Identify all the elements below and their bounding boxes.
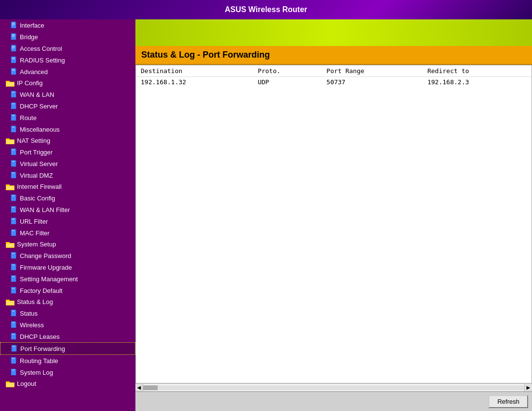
sidebar-item-access-control-label: Access Control — [20, 45, 62, 52]
cell-proto: UDP — [253, 77, 322, 88]
sidebar-item-port-forwarding[interactable]: Port Forwarding — [0, 342, 135, 355]
sidebar-item-logout-label: Logout — [17, 380, 36, 387]
svg-rect-37 — [12, 127, 15, 127]
sidebar-item-virtual-server[interactable]: Virtual Server — [0, 158, 135, 169]
svg-rect-26 — [6, 82, 14, 86]
svg-rect-89 — [12, 311, 15, 311]
sidebar-item-mac-filter-label: MAC Filter — [20, 229, 49, 237]
sidebar-item-factory-default-label: Factory Default — [20, 287, 62, 294]
sidebar-item-basic-config[interactable]: Basic Config — [0, 192, 135, 204]
svg-rect-104 — [12, 370, 15, 370]
page-title: Status & Log - Port Forwarding — [135, 46, 532, 65]
horizontal-scrollbar[interactable]: ◄ ► — [135, 383, 532, 391]
svg-rect-101 — [12, 358, 15, 359]
sidebar-item-factory-default[interactable]: Factory Default — [0, 285, 135, 296]
header-title: ASUS Wireless Router — [10, 5, 522, 14]
sidebar-item-dhcp-leases[interactable]: DHCP Leases — [0, 331, 135, 342]
sidebar-item-status-log-label: Status & Log — [17, 298, 53, 305]
header: ASUS Wireless Router — [0, 0, 532, 19]
sidebar-item-logout[interactable]: Logout — [0, 378, 135, 389]
sidebar-item-advanced-label: Advanced — [20, 68, 48, 76]
svg-rect-60 — [12, 207, 15, 208]
sidebar-item-wan-lan[interactable]: WAN & LAN — [0, 89, 135, 100]
bottom-bar: Refresh — [135, 391, 532, 411]
sidebar-item-mac-filter[interactable]: MAC Filter — [0, 227, 135, 239]
svg-rect-12 — [12, 47, 15, 47]
sidebar-item-change-password-label: Change Password — [20, 252, 71, 259]
sidebar-item-internet-firewall-label: Internet Firewall — [17, 183, 61, 190]
sidebar-item-route-label: Route — [20, 114, 37, 122]
sidebar-item-miscellaneous[interactable]: Miscellaneous — [0, 123, 135, 135]
svg-rect-57 — [12, 196, 15, 196]
sidebar-item-system-setup-label: System Setup — [17, 241, 56, 248]
svg-rect-20 — [12, 69, 15, 70]
svg-rect-55 — [6, 186, 14, 190]
svg-rect-31 — [12, 104, 15, 104]
sidebar-item-interface-label: Interface — [20, 22, 44, 29]
sidebar-item-url-filter[interactable]: URL Filter — [0, 215, 135, 227]
col-redirect-to: Redirect to — [423, 65, 532, 77]
sidebar-item-change-password[interactable]: Change Password — [0, 250, 135, 261]
cell-destination: 192.168.1.32 — [136, 77, 253, 88]
sidebar-item-nat-setting-label: NAT Setting — [17, 137, 50, 144]
sidebar-item-dhcp-server[interactable]: DHCP Server — [0, 100, 135, 112]
sidebar-item-wan-lan-label: WAN & LAN — [20, 91, 54, 98]
sidebar-item-virtual-dmz-label: Virtual DMZ — [20, 172, 53, 179]
svg-rect-8 — [12, 36, 14, 37]
sidebar-item-route[interactable]: Route — [0, 112, 135, 123]
sidebar-item-wan-lan-filter[interactable]: WAN & LAN Filter — [0, 204, 135, 215]
sidebar-item-bridge-label: Bridge — [20, 33, 38, 41]
sidebar-item-ip-config[interactable]: IP Config — [0, 77, 135, 89]
svg-rect-28 — [12, 92, 15, 92]
col-proto: Proto. — [253, 65, 322, 77]
sidebar-item-firmware-upgrade-label: Firmware Upgrade — [20, 264, 72, 271]
scroll-track[interactable] — [143, 385, 524, 390]
sidebar-item-port-forwarding-label: Port Forwarding — [20, 345, 65, 352]
col-port-range: Port Range — [322, 65, 423, 77]
svg-rect-63 — [12, 219, 15, 219]
svg-rect-82 — [12, 288, 15, 289]
refresh-button[interactable]: Refresh — [488, 395, 528, 408]
table-container[interactable]: Destination Proto. Port Range Redirect t… — [135, 65, 532, 383]
sidebar-item-virtual-server-label: Virtual Server — [20, 160, 58, 167]
svg-rect-7 — [12, 35, 15, 36]
sidebar-item-setting-management-label: Setting Management — [20, 275, 78, 283]
svg-rect-50 — [12, 173, 15, 173]
svg-rect-42 — [6, 140, 14, 144]
svg-rect-73 — [12, 253, 15, 254]
sidebar-item-virtual-dmz[interactable]: Virtual DMZ — [0, 169, 135, 181]
sidebar-item-status-label: Status — [20, 310, 38, 317]
scroll-thumb[interactable] — [143, 385, 158, 390]
sidebar-item-internet-firewall[interactable]: Internet Firewall — [0, 181, 135, 192]
sidebar-item-nat-setting[interactable]: NAT Setting — [0, 135, 135, 146]
sidebar-item-system-setup[interactable]: System Setup — [0, 239, 135, 250]
sidebar-item-port-trigger[interactable]: Port Trigger — [0, 146, 135, 158]
content-main: Destination Proto. Port Range Redirect t… — [135, 65, 532, 411]
sidebar-item-interface[interactable]: Interface — [0, 19, 135, 31]
sidebar-item-access-control[interactable]: Access Control — [0, 43, 135, 54]
sidebar-item-system-log[interactable]: System Log — [0, 366, 135, 378]
svg-rect-2 — [12, 24, 15, 24]
sidebar-item-bridge[interactable]: Bridge — [0, 31, 135, 43]
sidebar-item-status-log[interactable]: Status & Log — [0, 296, 135, 307]
sidebar-item-advanced[interactable]: Advanced — [0, 66, 135, 77]
sidebar-item-setting-management[interactable]: Setting Management — [0, 273, 135, 285]
sidebar-item-radius-setting[interactable]: RADIUS Setting — [0, 54, 135, 66]
sidebar-item-status[interactable]: Status — [0, 307, 135, 319]
sidebar-item-wireless[interactable]: Wireless — [0, 319, 135, 331]
sidebar-item-routing-table[interactable]: Routing Table — [0, 355, 135, 366]
sidebar-item-dhcp-leases-label: DHCP Leases — [20, 333, 59, 340]
sidebar: Interface Bridge Access Control — [0, 19, 135, 411]
port-forwarding-table: Destination Proto. Port Range Redirect t… — [136, 65, 532, 87]
svg-rect-21 — [12, 70, 15, 71]
sidebar-item-firmware-upgrade[interactable]: Firmware Upgrade — [0, 261, 135, 273]
page-title-text: Status & Log - Port Forwarding — [141, 50, 270, 60]
svg-rect-76 — [12, 265, 15, 265]
svg-rect-87 — [6, 301, 14, 305]
svg-rect-13 — [12, 48, 14, 48]
sidebar-item-wireless-label: Wireless — [20, 321, 44, 329]
sidebar-item-wan-lan-filter-label: WAN & LAN Filter — [20, 206, 70, 213]
sidebar-item-miscellaneous-label: Miscellaneous — [20, 126, 59, 133]
svg-rect-11 — [12, 46, 15, 46]
svg-rect-6 — [12, 34, 15, 35]
